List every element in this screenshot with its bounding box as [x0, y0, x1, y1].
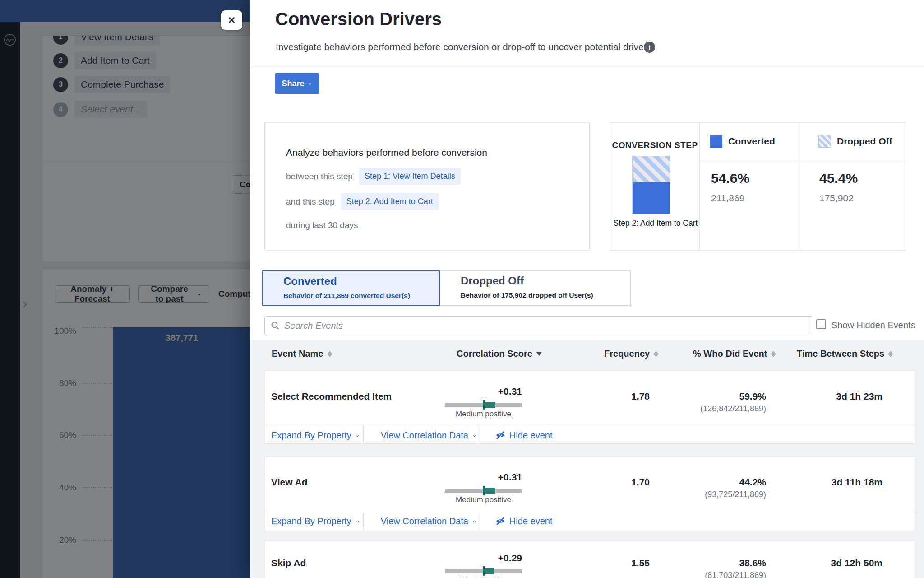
sort-icon	[771, 351, 776, 357]
pct-who-did-event-value: 38.6%	[662, 558, 766, 569]
sort-icon	[328, 351, 332, 357]
correlation-fill	[484, 488, 495, 494]
time-between-steps-value: 3d 12h 50m	[784, 558, 882, 569]
time-between-steps-value: 3d 1h 23m	[784, 391, 882, 402]
divider	[250, 68, 924, 68]
frequency-value: 1.78	[581, 391, 650, 402]
dropped-off-segment	[633, 156, 670, 182]
show-hidden-events-checkbox[interactable]	[816, 319, 826, 329]
correlation-zero-tick	[483, 400, 485, 410]
search-icon	[271, 321, 280, 330]
column-header-frequency[interactable]: Frequency	[604, 349, 658, 359]
sort-icon	[654, 351, 658, 357]
share-button[interactable]: Share ⌄	[275, 73, 319, 94]
correlation-zero-tick	[483, 486, 485, 495]
correlation-bar	[445, 489, 522, 493]
event-row-skip-ad: Skip Ad +0.29 Weak positive 1.55 38.6% (…	[264, 540, 915, 578]
eye-slash-icon	[495, 430, 506, 441]
converted-segment	[633, 182, 670, 214]
column-header-pct-who-did-event[interactable]: % Who Did Event	[693, 349, 776, 359]
eye-slash-icon	[495, 516, 506, 527]
conversion-step-box: CONVERSION STEP Step 2: Add Item to Cart…	[610, 122, 906, 251]
dropped-off-legend-label: Dropped Off	[837, 136, 892, 147]
conversion-drivers-panel: Conversion Drivers Investigate behaviors…	[250, 0, 924, 578]
column-header-event-name[interactable]: Event Name	[272, 349, 332, 359]
event-name: View Ad	[271, 477, 308, 488]
row-action-bar: Expand By Property ⌄ View Correlation Da…	[265, 511, 915, 531]
hide-event-button[interactable]: Hide event	[495, 516, 553, 527]
step2-chip[interactable]: Step 2: Add Item to Cart	[341, 193, 439, 210]
page-title: Conversion Drivers	[275, 9, 442, 29]
column-header-correlation-score[interactable]: Correlation Score	[457, 349, 542, 359]
time-between-steps-value: 3d 11h 18m	[784, 477, 882, 488]
pct-detail: (81,703/211,869)	[639, 571, 766, 578]
pct-detail: (126,842/211,869)	[639, 404, 766, 414]
sort-icon	[888, 351, 893, 357]
correlation-strength-label: Medium positive	[445, 495, 522, 504]
converted-count: 211,869	[711, 193, 744, 204]
tab-converted[interactable]: Converted Behavior of 211,869 converted …	[262, 270, 440, 306]
dropped-off-swatch	[818, 135, 831, 148]
correlation-value: +0.31	[498, 472, 522, 483]
expand-by-property-button[interactable]: Expand By Property ⌄	[271, 516, 360, 527]
hide-event-button[interactable]: Hide event	[495, 430, 553, 441]
correlation-zero-tick	[483, 566, 485, 576]
correlation-fill	[484, 568, 494, 574]
correlation-bar	[445, 569, 522, 573]
dropped-off-column: Dropped Off 45.4% 175,902	[801, 123, 906, 250]
divider	[700, 161, 801, 161]
converted-pct: 54.6%	[711, 171, 749, 186]
step1-chip[interactable]: Step 1: View Item Details	[359, 168, 461, 185]
correlation-value: +0.31	[498, 386, 522, 397]
pct-who-did-event-value: 59.9%	[662, 391, 766, 402]
search-input[interactable]	[284, 321, 812, 331]
view-correlation-data-button[interactable]: View Correlation Data ⌄	[381, 430, 477, 441]
sort-desc-icon	[536, 352, 542, 356]
row-action-bar: Expand By Property ⌄ View Correlation Da…	[265, 425, 915, 445]
chevron-down-icon: ⌄	[308, 80, 313, 86]
frequency-value: 1.55	[581, 558, 650, 569]
conversion-step-header: CONVERSION STEP	[610, 140, 699, 150]
correlation-bar	[445, 403, 522, 407]
chevron-down-icon: ⌄	[355, 432, 360, 438]
dropped-off-pct: 45.4%	[819, 171, 858, 186]
correlation-fill	[484, 402, 495, 408]
chevron-down-icon: ⌄	[355, 517, 360, 523]
converted-legend-label: Converted	[728, 136, 775, 147]
divider	[477, 511, 477, 531]
divider	[363, 511, 364, 531]
analysis-title: Analyze behaviors performed before conve…	[286, 147, 487, 158]
close-icon: ✕	[228, 15, 236, 26]
pct-who-did-event-value: 44.2%	[662, 477, 766, 488]
show-hidden-events-label: Show Hidden Events	[832, 320, 915, 331]
column-header-time-between-steps[interactable]: Time Between Steps	[797, 349, 893, 359]
correlation-strength-label: Weak positive	[445, 576, 522, 578]
tab-dropped-off[interactable]: Dropped Off Behavior of 175,902 dropped …	[440, 270, 631, 306]
frequency-value: 1.70	[581, 477, 650, 488]
conversion-step-mini-bar	[632, 156, 670, 214]
duration-text: during last 30 days	[286, 220, 358, 230]
divider	[477, 425, 477, 445]
divider	[801, 161, 906, 161]
chevron-down-icon: ⌄	[472, 432, 477, 438]
dropped-off-count: 175,902	[819, 193, 854, 204]
expand-by-property-button[interactable]: Expand By Property ⌄	[271, 430, 360, 441]
conversion-step-column: CONVERSION STEP Step 2: Add Item to Cart	[610, 123, 700, 250]
converted-column: Converted 54.6% 211,869	[700, 123, 801, 250]
search-box	[264, 316, 812, 335]
converted-swatch	[710, 135, 722, 148]
close-panel-button[interactable]: ✕	[221, 10, 242, 30]
correlation-strength-label: Medium positive	[445, 410, 522, 419]
between-step-prefix: between this step	[286, 172, 353, 182]
event-row-select-recommended-item: Select Recommended Item +0.31 Medium pos…	[264, 370, 915, 444]
correlation-value: +0.29	[498, 553, 522, 564]
pct-detail: (93,725/211,869)	[639, 490, 766, 499]
divider	[363, 425, 364, 445]
page-subtitle: Investigate behaviors performed before c…	[276, 42, 654, 52]
and-step-prefix: and this step	[286, 197, 335, 207]
conversion-step-label: Step 2: Add Item to Cart	[608, 219, 703, 228]
info-icon[interactable]: i	[644, 42, 655, 53]
view-correlation-data-button[interactable]: View Correlation Data ⌄	[381, 516, 477, 527]
event-row-view-ad: View Ad +0.31 Medium positive 1.70 44.2%…	[264, 456, 915, 531]
chevron-down-icon: ⌄	[472, 517, 477, 523]
